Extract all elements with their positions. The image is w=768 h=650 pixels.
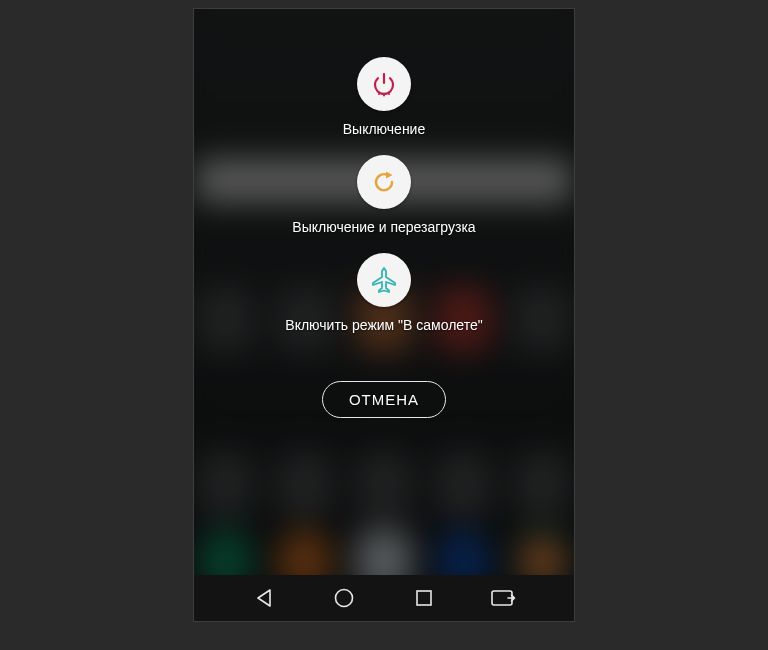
cancel-label: ОТМЕНА bbox=[349, 391, 419, 408]
restart-icon bbox=[357, 155, 411, 209]
recent-icon bbox=[413, 587, 435, 609]
airplane-icon bbox=[357, 253, 411, 307]
svg-point-1 bbox=[383, 95, 385, 97]
power-icon bbox=[357, 57, 411, 111]
back-icon bbox=[253, 587, 275, 609]
home-icon bbox=[332, 586, 356, 610]
screenshot-icon bbox=[490, 588, 518, 608]
svg-point-0 bbox=[378, 93, 380, 95]
svg-point-3 bbox=[336, 590, 353, 607]
airplane-mode-button[interactable]: Включить режим "В самолете" bbox=[285, 253, 482, 333]
restart-label: Выключение и перезагрузка bbox=[292, 219, 475, 235]
power-off-label: Выключение bbox=[343, 121, 425, 137]
power-off-button[interactable]: Выключение bbox=[343, 57, 425, 137]
cancel-button[interactable]: ОТМЕНА bbox=[322, 381, 446, 418]
back-button[interactable] bbox=[248, 582, 280, 614]
svg-rect-4 bbox=[417, 591, 431, 605]
power-menu: Выключение Выключение и перезагрузка bbox=[194, 57, 574, 418]
airplane-mode-label: Включить режим "В самолете" bbox=[285, 317, 482, 333]
svg-point-2 bbox=[388, 93, 390, 95]
recent-apps-button[interactable] bbox=[408, 582, 440, 614]
phone-screen: Выключение Выключение и перезагрузка bbox=[193, 8, 575, 622]
home-button[interactable] bbox=[328, 582, 360, 614]
screenshot-button[interactable] bbox=[488, 582, 520, 614]
restart-button[interactable]: Выключение и перезагрузка bbox=[292, 155, 475, 235]
navigation-bar bbox=[194, 575, 574, 621]
